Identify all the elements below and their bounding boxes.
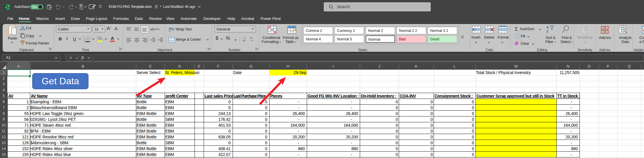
svg-text:ab: ab [150, 27, 154, 31]
svg-text:A: A [546, 25, 549, 29]
svg-text:.00: .00 [242, 39, 246, 42]
svg-text:.00: .00 [249, 37, 253, 39]
svg-text:Z: Z [546, 30, 548, 33]
svg-text:x: x [5, 6, 7, 8]
svg-text:→0: →0 [249, 39, 253, 42]
svg-text:c: c [169, 29, 170, 32]
svg-text:←0: ←0 [242, 37, 246, 39]
